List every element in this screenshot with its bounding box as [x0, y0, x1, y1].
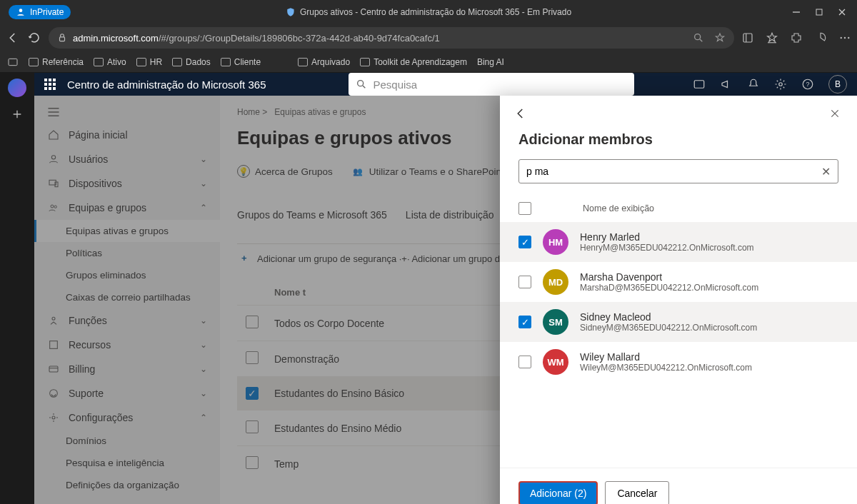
nav-active-teams[interactable]: Equipas ativas e grupos — [34, 220, 220, 242]
row-checkbox[interactable] — [246, 420, 259, 433]
tab-actions-icon[interactable] — [7, 56, 19, 68]
url-field[interactable]: admin.microsoft.com/#/groups/:/GroupDeta… — [49, 27, 734, 49]
tab-distribution[interactable]: Lista de distribuição — [406, 209, 494, 228]
person-checkbox[interactable]: ✓ — [518, 316, 531, 328]
roles-icon — [47, 314, 60, 327]
minimize-button[interactable] — [791, 7, 801, 17]
people-row[interactable]: WMWiley MallardWileyM@M365EDU042212.OnMi… — [500, 342, 857, 382]
tab-teams-m365[interactable]: Grupos do Teams e Microsoft 365 — [237, 209, 387, 228]
clear-search-icon[interactable]: ✕ — [821, 165, 831, 178]
help-icon[interactable]: ? — [801, 78, 814, 91]
more-icon[interactable] — [838, 31, 851, 44]
chevron-down-icon: ⌄ — [200, 154, 207, 164]
nav-search-intel[interactable]: Pesquisa e inteligência — [34, 452, 220, 474]
back-button[interactable] — [6, 31, 20, 45]
row-checkbox[interactable] — [246, 351, 259, 364]
row-checkbox[interactable]: ✓ — [246, 387, 259, 400]
nav-settings[interactable]: Configurações⌃ — [34, 405, 220, 430]
bookmark-item[interactable]: Toolkit de Aprendizagem — [360, 57, 467, 67]
panel-back-button[interactable] — [514, 107, 530, 123]
row-checkbox[interactable] — [246, 456, 259, 469]
zoom-icon[interactable] — [693, 32, 704, 44]
nav-users[interactable]: Usuários⌄ — [34, 147, 220, 171]
person-checkbox[interactable] — [518, 276, 531, 288]
select-all-checkbox[interactable] — [518, 202, 531, 215]
chevron-down-icon: ⌄ — [200, 388, 207, 398]
svg-point-19 — [52, 317, 55, 320]
lightbulb-icon: 💡 — [237, 165, 250, 178]
favorites-bar-icon[interactable] — [766, 31, 778, 44]
hint-use-teams[interactable]: 👥Utilizar o Teams e o SharePoint — [351, 165, 504, 178]
svg-rect-8 — [9, 59, 17, 65]
copilot-icon[interactable] — [8, 79, 26, 97]
chevron-down-icon: ⌄ — [200, 340, 207, 350]
nav-deleted-groups[interactable]: Grupos eliminados — [34, 264, 220, 286]
person-avatar: SM — [543, 309, 568, 335]
svg-rect-4 — [743, 34, 752, 42]
nav-home[interactable]: Página inicial — [34, 123, 220, 147]
nav-support[interactable]: Suporte⌄ — [34, 381, 220, 405]
gear-icon[interactable] — [774, 78, 787, 91]
person-avatar: WM — [543, 349, 568, 375]
account-avatar[interactable]: B — [828, 75, 847, 94]
nav-roles[interactable]: Funções⌄ — [34, 308, 220, 333]
add-members-panel: Adicionar membros ✕ Nome de exibição ✓HM… — [500, 96, 857, 504]
svg-point-6 — [844, 37, 846, 39]
nav-domains[interactable]: Domínios — [34, 430, 220, 452]
svg-point-7 — [848, 37, 849, 39]
svg-point-23 — [52, 416, 55, 419]
browser-titlebar: InPrivate Grupos ativos - Centro de admi… — [0, 0, 857, 24]
nav-backup[interactable]: Backup do Microsoft 365 — [34, 496, 220, 504]
megaphone-icon[interactable] — [720, 78, 733, 91]
hint-about-groups[interactable]: 💡Acerca de Grupos — [237, 165, 333, 178]
bookmark-item[interactable]: Cliente — [221, 57, 261, 67]
bookmark-item[interactable]: HR — [136, 57, 162, 67]
person-name: Henry Marled — [580, 231, 754, 243]
row-checkbox[interactable] — [246, 316, 259, 328]
plus-icon: + — [241, 253, 253, 264]
favorite-icon[interactable] — [714, 32, 726, 44]
nav-policies[interactable]: Políticas — [34, 242, 220, 264]
app-launcher-icon[interactable] — [44, 79, 56, 90]
chevron-up-icon: ⌃ — [200, 203, 207, 213]
performance-icon[interactable] — [814, 31, 827, 44]
breadcrumb-home[interactable]: Home > — [237, 107, 267, 117]
cancel-button[interactable]: Cancelar — [605, 481, 669, 504]
people-row[interactable]: ✓SMSidney MacleodSidneyM@M365EDU042212.O… — [500, 302, 857, 342]
add-button[interactable]: Adicionar (2) — [518, 481, 598, 504]
card-icon[interactable] — [693, 78, 706, 91]
people-row[interactable]: ✓HMHenry MarledHenryM@M365EDU042212.OnMi… — [500, 222, 857, 262]
bookmark-item[interactable]: Dados — [172, 57, 211, 67]
billing-icon — [47, 363, 60, 376]
person-checkbox[interactable]: ✓ — [518, 236, 531, 248]
bookmark-item[interactable]: Ativo — [94, 57, 126, 67]
bell-icon[interactable] — [747, 78, 760, 91]
people-row[interactable]: MDMarsha DavenportMarshaD@M365EDU042212.… — [500, 262, 857, 302]
nav-billing[interactable]: Billing⌄ — [34, 357, 220, 381]
close-button[interactable] — [837, 7, 847, 17]
member-search-input[interactable]: ✕ — [518, 159, 838, 183]
member-search-field[interactable] — [526, 166, 821, 177]
panel-close-button[interactable] — [830, 109, 843, 121]
bookmark-item[interactable]: Referência — [29, 57, 84, 67]
add-button[interactable] — [10, 107, 24, 121]
shield-icon — [286, 7, 296, 17]
extensions-icon[interactable] — [790, 31, 803, 44]
app-header: Centro de administração do Microsoft 365… — [34, 73, 857, 96]
chevron-down-icon: ⌄ — [200, 364, 207, 374]
nav-collapse-button[interactable] — [34, 101, 220, 123]
maximize-button[interactable] — [814, 7, 824, 17]
collections-icon[interactable] — [741, 31, 754, 44]
nav-shared-mailboxes[interactable]: Caixas de correio partilhadas — [34, 286, 220, 308]
person-checkbox[interactable] — [518, 356, 531, 368]
nav-devices[interactable]: Dispositivos⌄ — [34, 171, 220, 196]
chevron-up-icon: ⌃ — [200, 413, 207, 423]
refresh-button[interactable] — [27, 31, 41, 45]
nav-teams-groups[interactable]: Equipas e grupos⌃ — [34, 196, 220, 220]
nav-resources[interactable]: Recursos⌄ — [34, 333, 220, 357]
bookmark-item[interactable]: Bing AI — [477, 57, 504, 67]
search-input[interactable]: Pesquisa — [349, 73, 634, 96]
nav-org-settings[interactable]: Definições da organização — [34, 474, 220, 496]
bookmark-item[interactable]: Arquivado — [298, 57, 350, 67]
left-nav: Página inicial Usuários⌄ Dispositivos⌄ E… — [34, 96, 220, 504]
